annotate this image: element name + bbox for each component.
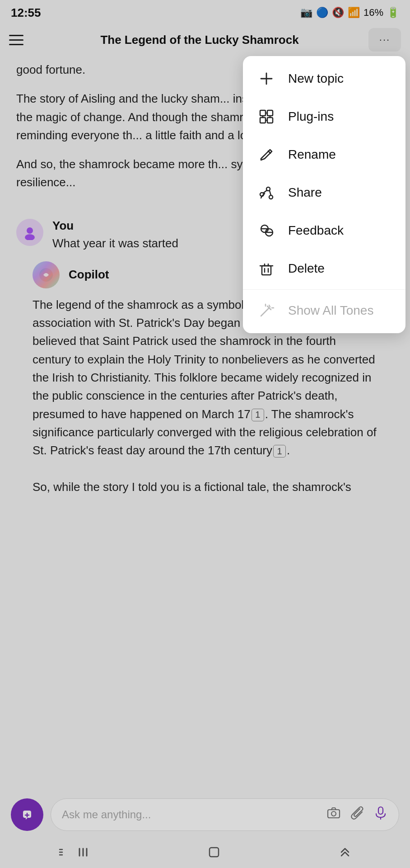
menu-item-new-topic[interactable]: New topic xyxy=(243,60,405,98)
menu-divider xyxy=(243,289,405,290)
copilot-name: Copilot xyxy=(69,268,109,282)
svg-rect-34 xyxy=(328,810,340,818)
dropdown-menu: New topic Plug-ins xyxy=(243,56,405,333)
feedback-icon xyxy=(257,222,275,240)
svg-rect-4 xyxy=(260,118,266,123)
footnote-badge-1: 1 xyxy=(252,409,264,421)
battery-icon: 🔋 xyxy=(387,7,399,19)
more-options-button[interactable]: ··· xyxy=(368,28,401,52)
status-icons: 📷 🔵 🔇 📶 16% 🔋 xyxy=(300,7,399,19)
svg-point-35 xyxy=(331,811,336,816)
user-text: What year it was started xyxy=(52,236,178,250)
svg-rect-5 xyxy=(267,118,273,123)
menu-item-delete[interactable]: Delete xyxy=(243,250,405,288)
input-placeholder: Ask me anything... xyxy=(62,808,319,821)
user-message-content: You What year it was started xyxy=(52,219,178,250)
hamburger-line-2 xyxy=(9,39,23,41)
menu-label-rename: Rename xyxy=(288,147,336,162)
menu-label-feedback: Feedback xyxy=(288,223,344,238)
more-dots-icon: ··· xyxy=(379,34,390,46)
hamburger-line-3 xyxy=(9,44,23,45)
nav-back-button[interactable] xyxy=(56,843,92,861)
user-avatar xyxy=(16,219,43,246)
new-topic-button[interactable] xyxy=(11,798,43,831)
menu-label-plugins: Plug-ins xyxy=(288,109,334,124)
camera-status-icon: 📷 xyxy=(300,7,312,19)
menu-item-show-all-tones: Show All Tones xyxy=(243,292,405,330)
content-area: good fortune. The story of Aisling and t… xyxy=(0,56,410,212)
footnote-badge-2: 1 xyxy=(273,445,286,458)
page-title: The Legend of the Lucky Shamrock xyxy=(31,33,368,47)
svg-rect-2 xyxy=(260,110,266,116)
svg-line-10 xyxy=(268,151,270,153)
copilot-logo xyxy=(33,261,60,288)
status-bar: 12:55 📷 🔵 🔇 📶 16% 🔋 xyxy=(0,0,410,24)
svg-line-15 xyxy=(270,191,271,195)
svg-point-29 xyxy=(27,227,33,234)
camera-input-icon[interactable] xyxy=(326,806,341,824)
svg-line-14 xyxy=(263,190,267,193)
battery-status: 16% xyxy=(363,7,383,19)
menu-item-rename[interactable]: Rename xyxy=(243,136,405,174)
nav-bar xyxy=(0,836,410,868)
nav-recents-button[interactable] xyxy=(336,843,354,861)
hamburger-button[interactable] xyxy=(9,29,31,51)
menu-item-feedback[interactable]: Feedback xyxy=(243,212,405,250)
attach-icon[interactable] xyxy=(350,806,364,824)
menu-item-share[interactable]: Share xyxy=(243,174,405,212)
menu-label-show-all-tones: Show All Tones xyxy=(288,303,373,318)
header: The Legend of the Lucky Shamrock ··· xyxy=(0,24,410,56)
puzzle-icon xyxy=(257,108,275,126)
bluetooth-icon: 🔵 xyxy=(316,7,328,19)
input-icons xyxy=(326,806,388,824)
trash-icon xyxy=(257,259,275,278)
menu-label-share: Share xyxy=(288,185,322,200)
bottom-bar: Ask me anything... xyxy=(0,793,410,836)
mic-icon[interactable] xyxy=(373,806,388,824)
nav-home-button[interactable] xyxy=(204,842,224,862)
plus-icon xyxy=(257,70,275,88)
pencil-icon xyxy=(257,146,275,164)
svg-line-24 xyxy=(261,308,269,316)
menu-item-plugins[interactable]: Plug-ins xyxy=(243,98,405,136)
svg-rect-44 xyxy=(210,848,219,857)
wifi-icon: 📶 xyxy=(348,7,360,19)
user-name: You xyxy=(52,219,178,233)
svg-point-30 xyxy=(25,234,35,240)
wand-icon xyxy=(257,302,275,320)
svg-rect-3 xyxy=(267,110,273,116)
share-icon xyxy=(257,184,275,202)
menu-label-new-topic: New topic xyxy=(288,71,344,86)
input-field[interactable]: Ask me anything... xyxy=(51,798,399,831)
mute-icon: 🔇 xyxy=(332,7,344,19)
status-time: 12:55 xyxy=(11,6,41,20)
svg-rect-36 xyxy=(378,807,383,814)
menu-label-delete: Delete xyxy=(288,261,325,276)
svg-line-27 xyxy=(269,305,270,307)
hamburger-line-1 xyxy=(9,35,23,36)
svg-rect-20 xyxy=(262,266,271,275)
